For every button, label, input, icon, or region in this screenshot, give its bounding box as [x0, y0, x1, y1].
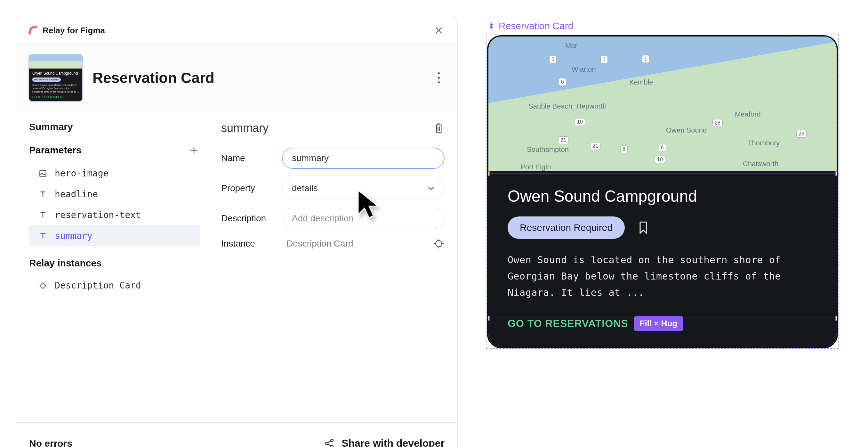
hero-image-map: Mar Wiarton Kemble Sauble Beach Hepworth… [488, 36, 837, 171]
selection-outer-dashed: Mar Wiarton Kemble Sauble Beach Hepworth… [487, 35, 839, 349]
map-label: Port Elgin [520, 163, 551, 171]
cta-link[interactable]: GO TO RESERVATIONS [507, 318, 628, 329]
param-hero-image[interactable]: hero-image [29, 163, 200, 184]
param-label: summary [55, 231, 93, 241]
description-placeholder: Add description [292, 213, 354, 224]
name-label: Name [221, 153, 276, 163]
param-label: reservation-text [55, 210, 141, 220]
selection-handle[interactable] [835, 171, 838, 176]
bookmark-icon[interactable] [638, 220, 649, 235]
detail-title: summary [221, 121, 269, 135]
selection-handle[interactable] [487, 316, 490, 321]
param-label: headline [55, 189, 98, 200]
svg-point-6 [326, 442, 328, 445]
map-label: Meaford [735, 110, 761, 118]
svg-point-5 [436, 240, 442, 247]
svg-point-1 [438, 77, 440, 79]
map-label: Chatsworth [743, 160, 778, 168]
svg-point-2 [438, 81, 440, 83]
reservation-chip[interactable]: Reservation Required [507, 216, 625, 239]
figma-canvas-preview: Reservation Card Mar Wiarton Kemble Saub… [487, 21, 839, 349]
map-label: Wiarton [571, 65, 596, 73]
relay-panel: Relay for Figma Owen Sound Campground Re… [16, 16, 458, 447]
parameters-label: Parameters [29, 145, 81, 156]
close-icon[interactable] [432, 24, 445, 37]
parameter-list: hero-image headline reservation-text [29, 163, 200, 246]
instance-label: Description Card [55, 280, 141, 291]
svg-rect-3 [40, 170, 46, 177]
relay-logo-icon [29, 26, 38, 35]
map-label: Sauble Beach [528, 102, 572, 111]
map-label: Mar [565, 41, 578, 50]
selection-line [487, 318, 838, 318]
description-label: Description [221, 213, 276, 224]
plugin-title: Relay for Figma [42, 26, 105, 35]
panel-footer: No errors Share with developer [16, 422, 457, 447]
map-label: Hepworth [577, 102, 607, 111]
svg-point-7 [331, 439, 333, 442]
component-icon [487, 22, 495, 30]
component-header: Owen Sound Campground Reservation Requir… [16, 45, 457, 111]
property-value: details [292, 183, 318, 193]
svg-point-0 [438, 72, 440, 74]
name-input-value: summary [292, 153, 329, 163]
chevron-down-icon [428, 186, 435, 190]
param-reservation-text[interactable]: reservation-text [29, 205, 200, 226]
param-label: hero-image [55, 168, 109, 179]
map-label: Southampton [527, 145, 569, 154]
text-icon [38, 210, 48, 220]
share-label: Share with developer [341, 438, 444, 447]
card-body: Owen Sound Campground Reservation Requir… [488, 171, 837, 347]
panel-header: Relay for Figma [16, 16, 457, 45]
svg-rect-4 [40, 282, 46, 288]
sidebar: Summary Parameters hero-image [16, 111, 208, 422]
preview-component-label[interactable]: Reservation Card [499, 21, 573, 31]
share-icon [323, 438, 335, 447]
map-label: Thornbury [748, 139, 780, 147]
add-parameter-button[interactable] [188, 144, 200, 156]
param-headline[interactable]: headline [29, 184, 200, 205]
summary-section-label: Summary [29, 121, 200, 132]
status-text: No errors [29, 438, 72, 447]
component-thumbnail[interactable]: Owen Sound Campground Reservation Requir… [29, 54, 83, 102]
more-icon[interactable] [432, 72, 445, 84]
text-icon [38, 189, 48, 199]
image-icon [38, 169, 48, 178]
selection-line [487, 174, 838, 174]
param-summary[interactable]: summary [29, 226, 200, 246]
diamond-icon [38, 281, 48, 291]
selection-handle[interactable] [835, 316, 838, 321]
reservation-card[interactable]: Mar Wiarton Kemble Sauble Beach Hepworth… [487, 35, 838, 348]
property-label: Property [221, 183, 276, 193]
name-input[interactable]: summary [282, 148, 444, 169]
headline-text: Owen Sound Campground [507, 187, 817, 206]
map-label: Kemble [629, 78, 653, 86]
panel-body: Summary Parameters hero-image [16, 111, 457, 422]
map-label: Owen Sound [666, 126, 707, 135]
description-input[interactable]: Add description [282, 208, 444, 229]
summary-text: Owen Sound is located on the southern sh… [507, 252, 817, 301]
instance-value: Description Card [282, 239, 427, 249]
property-select[interactable]: details [282, 178, 444, 199]
instances-label: Relay instances [29, 258, 200, 269]
component-title: Reservation Card [93, 69, 214, 86]
selection-handle[interactable] [487, 171, 490, 176]
share-button[interactable]: Share with developer [323, 438, 444, 447]
detail-pane: summary Name summary Property details [208, 111, 457, 422]
target-icon[interactable] [433, 238, 444, 249]
instance-description-card[interactable]: Description Card [29, 275, 200, 296]
delete-icon[interactable] [433, 122, 444, 134]
text-icon [38, 231, 48, 241]
layout-badge: Fill × Hug [634, 316, 683, 331]
instance-label-text: Instance [221, 239, 276, 249]
